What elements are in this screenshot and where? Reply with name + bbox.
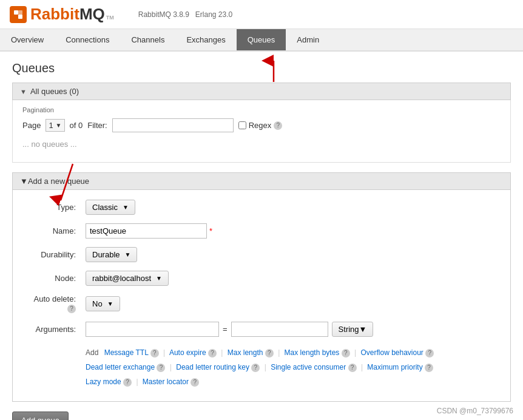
nav-exchanges[interactable]: Exchanges [175,29,236,50]
all-queues-section-header[interactable]: ▼ All queues (0) [12,83,511,100]
shortcut-lazy-mode-help[interactable]: ? [123,378,132,387]
nav: Overview Connections Channels Exchanges … [0,29,523,52]
node-dropdown[interactable]: rabbit@localhost ▼ [86,271,169,286]
page-dropdown-arrow: ▼ [56,122,62,129]
svg-rect-2 [18,10,22,15]
regex-help-button[interactable]: ? [274,121,282,130]
name-required: * [209,226,212,235]
arguments-key-input[interactable] [86,322,219,337]
footer-btn-area: Add queue [12,402,511,420]
name-label: Name: [25,226,86,235]
arguments-value-input[interactable] [231,322,328,337]
shortcut-master-locator[interactable]: Master locator [143,378,189,386]
regex-label: Regex [249,121,272,130]
node-row: Node: rabbit@localhost ▼ [25,271,498,286]
regex-checkbox-group: Regex ? [238,121,283,130]
shortcut-single-active-consumer[interactable]: Single active consumer [271,363,346,371]
shortcut-lazy-mode[interactable]: Lazy mode [86,378,121,386]
erlang-version: Erlang 23.0 [195,10,232,19]
arguments-label: Arguments: [25,325,86,334]
regex-checkbox[interactable] [238,121,246,129]
type-value: Classic [92,203,118,212]
auto-delete-dropdown[interactable]: No ▼ [86,296,120,311]
logo-mq: MQ [79,5,105,24]
pagination-section: Pagination Page 1 ▼ of 0 Filter: Regex ?… [12,100,511,163]
shortcut-maximum-priority-help[interactable]: ? [425,364,433,372]
all-queues-arrow: ▼ [20,88,27,95]
shortcut-message-ttl-help[interactable]: ? [150,349,159,357]
shortcut-maximum-priority[interactable]: Maximum priority [367,363,422,371]
pagination-controls: Page 1 ▼ of 0 Filter: Regex ? [22,118,501,132]
page-dropdown[interactable]: 1 ▼ [46,119,64,132]
nav-admin[interactable]: Admin [286,29,330,50]
logo: RabbitMQTM [10,5,114,24]
version-info: RabbitMQ 3.8.9 Erlang 23.0 [138,10,232,19]
page-title: Queues [12,61,511,75]
durability-value: Durable [92,250,120,259]
shortcut-dead-letter-exchange-help[interactable]: ? [157,364,165,372]
add-queue-form: Type: Classic ▼ Name: * Durability: Dura… [12,190,511,402]
auto-delete-control: No ▼ [86,296,120,311]
shortcut-max-length-bytes-help[interactable]: ? [342,349,350,357]
auto-delete-label: Auto delete: ? [25,294,86,313]
arg-type-value: String [339,325,359,334]
shortcut-dead-letter-routing-key-help[interactable]: ? [251,364,260,372]
logo-wordmark: RabbitMQTM [30,5,114,24]
header: RabbitMQTM RabbitMQ 3.8.9 Erlang 23.0 [0,0,523,29]
add-label: Add [86,348,98,357]
name-control: * [86,223,212,239]
shortcut-overflow-behaviour[interactable]: Overflow behaviour [360,348,423,357]
durability-row: Durability: Durable ▼ [25,247,498,262]
shortcut-dead-letter-routing-key[interactable]: Dead letter routing key [176,363,249,371]
name-input[interactable] [86,223,207,239]
type-dropdown[interactable]: Classic ▼ [86,200,135,215]
durability-control: Durable ▼ [86,247,137,262]
filter-label: Filter: [87,121,107,130]
shortcut-max-length-bytes[interactable]: Max length bytes [285,348,340,357]
arguments-control: = String ▼ [86,322,373,337]
durability-dropdown[interactable]: Durable ▼ [86,247,137,262]
durability-dropdown-arrow: ▼ [125,251,131,258]
shortcut-overflow-behaviour-help[interactable]: ? [425,349,434,357]
auto-delete-help[interactable]: ? [67,305,76,313]
pagination-label: Pagination [22,106,501,113]
shortcut-single-active-consumer-help[interactable]: ? [348,364,357,372]
filter-input[interactable] [112,118,234,132]
all-queues-label: All queues (0) [30,87,79,96]
csdn-watermark: CSDN @m0_73799676 [437,407,513,415]
name-row: Name: * [25,223,498,239]
add-queue-button[interactable]: Add queue [12,412,69,420]
node-value: rabbit@localhost [92,274,151,283]
type-row: Type: Classic ▼ [25,200,498,215]
shortcut-max-length[interactable]: Max length [228,348,263,357]
add-queue-section-header[interactable]: ▼ Add a new queue [12,172,511,190]
arg-type-dropdown[interactable]: String ▼ [332,322,374,337]
logo-rabbit: Rabbit [30,5,79,24]
durability-label: Durability: [25,250,86,259]
add-queue-arrow: ▼ [20,177,28,186]
shortcut-dead-letter-exchange[interactable]: Dead letter exchange [86,363,155,371]
logo-tm: TM [106,15,114,21]
shortcuts-section: Add Message TTL ? | Auto expire ? | Max … [86,345,498,389]
equals-sign: = [223,325,228,334]
of-label: of 0 [70,121,83,130]
nav-connections[interactable]: Connections [55,29,120,50]
page-label: Page [22,121,41,130]
auto-delete-value: No [92,299,103,308]
type-label: Type: [25,203,86,212]
no-queues-message: ... no queues ... [22,132,501,156]
arguments-row: Arguments: = String ▼ [25,322,498,337]
shortcut-max-length-help[interactable]: ? [265,349,274,357]
add-queue-section-label: Add a new queue [28,177,89,186]
main-content: Queues ▼ All queues (0) Pagination Page … [0,52,523,420]
auto-delete-label-text: Auto delete: [34,294,76,303]
nav-queues[interactable]: Queues [237,29,286,50]
shortcut-message-ttl[interactable]: Message TTL [104,348,149,357]
logo-icon [10,6,27,23]
node-control: rabbit@localhost ▼ [86,271,169,286]
shortcut-master-locator-help[interactable]: ? [191,378,199,387]
nav-overview[interactable]: Overview [0,29,55,50]
shortcut-auto-expire-help[interactable]: ? [208,349,217,357]
nav-channels[interactable]: Channels [120,29,175,50]
shortcut-auto-expire[interactable]: Auto expire [169,348,206,357]
